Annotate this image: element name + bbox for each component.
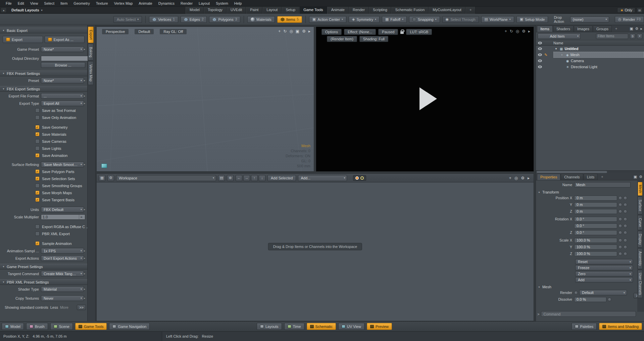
scale-x-field[interactable]: 100.0 % — [574, 238, 617, 243]
envelope-dot-icon[interactable] — [624, 252, 627, 256]
tab-mycustomlayout[interactable]: MyCustomLayout — [429, 7, 465, 14]
export-type-dropdown[interactable]: Export All — [41, 100, 84, 106]
add-item-dropdown[interactable]: Add Item — [538, 33, 581, 39]
flyout-icon[interactable]: ▸ — [308, 29, 310, 33]
units-dropdown[interactable]: FBX Default — [41, 207, 84, 212]
tab-game-tools[interactable]: Game Tools — [299, 7, 327, 14]
tab-layout[interactable]: Layout — [262, 7, 282, 14]
section-game-preset-settings[interactable]: Game Preset Settings — [0, 264, 87, 269]
layout-list-icon[interactable]: ▤ — [637, 7, 643, 13]
tab-groups[interactable]: Groups — [593, 26, 612, 32]
popup-arrow-icon[interactable]: ▸ — [84, 257, 85, 260]
time-button[interactable]: Time — [284, 323, 304, 330]
copy-textures-dropdown[interactable]: Never — [41, 295, 84, 301]
menu-help[interactable]: Help — [231, 1, 245, 6]
item-name-input[interactable] — [574, 182, 631, 187]
save-lights-checkbox[interactable] — [35, 146, 40, 151]
shading-dropdown[interactable]: Shading: Full — [359, 36, 388, 42]
snapping-button[interactable]: Snapping ▾ — [409, 16, 440, 23]
channel-dot-icon[interactable] — [618, 239, 622, 242]
item-label[interactable]: Camera — [571, 59, 584, 63]
popup-arrow-icon[interactable]: ▸ — [84, 94, 85, 97]
arrow-left-icon[interactable]: ← — [236, 175, 242, 181]
menu-view[interactable]: View — [27, 1, 41, 6]
section-basic-export[interactable]: Basic Export — [0, 28, 87, 33]
render-button[interactable]: ◎ Render F9 — [615, 16, 644, 23]
model-palette-button[interactable]: Model — [2, 323, 24, 330]
zoom-icon[interactable]: ◎ — [514, 176, 518, 180]
menu-system[interactable]: System — [213, 1, 231, 6]
gear-icon[interactable]: ⚙ — [522, 29, 526, 33]
side-tab-display[interactable]: Display — [638, 231, 643, 248]
side-tab-user-channels[interactable]: User Channels — [638, 270, 643, 298]
workspace-view-icon[interactable]: ▦ — [99, 175, 105, 181]
surface-refining-dropdown[interactable]: Save Mesh Smoothness — [41, 162, 84, 167]
row-content-selected[interactable]: + ◈ Mesh — [553, 52, 644, 58]
popup-arrow-icon[interactable]: ▸ — [84, 163, 85, 166]
channel-dot-icon[interactable] — [574, 291, 578, 295]
tab-lists[interactable]: Lists — [584, 174, 598, 180]
layouts-button[interactable]: Layouts — [257, 323, 282, 330]
side-tab-curve[interactable]: Curve — [638, 215, 643, 230]
gear-icon[interactable]: ⚙ — [639, 175, 642, 179]
tab-setup[interactable]: Setup — [282, 7, 299, 14]
vtab-vertex-map[interactable]: Vertex Map — [88, 61, 94, 85]
shading-style-dropdown[interactable]: Default — [135, 29, 154, 34]
tab-add[interactable]: + — [465, 7, 476, 14]
polygons-mode-button[interactable]: Polygons 3 — [209, 16, 240, 23]
auto-select-button[interactable]: Auto Select ▾ — [113, 16, 142, 23]
pan-icon[interactable]: + — [509, 176, 511, 180]
only-button[interactable]: ★ Only — [617, 7, 635, 13]
popup-arrow-icon[interactable]: ▸ — [84, 297, 85, 300]
channel-dot-icon[interactable] — [618, 203, 622, 207]
save-animation-checkbox[interactable] — [35, 153, 40, 158]
expand-form-button[interactable]: >> — [77, 305, 86, 310]
gear-icon[interactable]: ⚙ — [635, 27, 639, 31]
highlight-circle-icon[interactable] — [360, 176, 364, 180]
side-tab-mesh[interactable]: Mesh — [638, 182, 643, 196]
snapping-checkbox[interactable] — [412, 17, 416, 21]
channel-dot-icon[interactable] — [618, 224, 622, 228]
channel-dot-icon[interactable] — [618, 210, 622, 213]
side-tab-assembly[interactable]: Assembly — [638, 248, 643, 269]
preview-button[interactable]: Preview — [367, 323, 392, 330]
select-through-button[interactable]: ◉ Select Through — [442, 16, 479, 23]
save-geometry-checkbox[interactable] — [35, 125, 40, 129]
menu-geometry[interactable]: Geometry — [70, 1, 93, 6]
save-tangent-basis-checkbox[interactable] — [35, 198, 40, 202]
dissolve-field[interactable]: 0.0 % — [574, 297, 606, 302]
tab-render[interactable]: Render — [349, 7, 369, 14]
save-as-text-format-checkbox[interactable] — [35, 108, 40, 113]
record-circle-icon[interactable] — [355, 176, 359, 180]
export-as-button[interactable]: Export As ... — [45, 36, 85, 43]
vertices-mode-button[interactable]: Vertices 1 — [149, 16, 178, 23]
game-navigation-button[interactable]: Game Navigation — [109, 323, 150, 330]
menu-select[interactable]: Select — [41, 1, 57, 6]
envelope-dot-icon[interactable] — [624, 239, 627, 242]
menu-dynamics[interactable]: Dynamics — [155, 1, 178, 6]
tab-paint[interactable]: Paint — [246, 7, 262, 14]
side-tab-surface[interactable]: Surface — [638, 197, 643, 214]
items-and-shading-button[interactable]: Items and Shading — [599, 323, 642, 330]
materials-mode-button[interactable]: Materials — [247, 16, 275, 23]
tree-row-camera[interactable]: ◉ Camera — [536, 58, 644, 64]
items-mode-button[interactable]: Items 5 — [277, 16, 302, 23]
schematic-button[interactable]: Schematic — [307, 323, 336, 330]
lut-dropdown[interactable]: LUT: sRGB — [406, 29, 432, 35]
channel-dot-icon[interactable] — [618, 252, 622, 256]
zoom-icon[interactable]: ◎ — [289, 29, 293, 33]
popup-arrow-icon[interactable]: ▸ — [84, 79, 85, 82]
popup-arrow-icon[interactable]: ▸ — [84, 48, 85, 51]
render-item-dropdown[interactable]: (Render Item) — [327, 36, 357, 42]
tab-model[interactable]: Model — [186, 7, 204, 14]
output-directory-input[interactable] — [41, 56, 91, 61]
tree-row-mesh[interactable]: ✎ + ◈ Mesh — [536, 52, 644, 58]
rotation-z-field[interactable]: 0.0 ° — [574, 230, 617, 235]
layout-grid-icon[interactable]: ▤ — [218, 175, 225, 181]
tab-topology[interactable]: Topology — [204, 7, 227, 14]
menu-vertex-map[interactable]: Vertex Map — [111, 1, 136, 6]
menu-layout[interactable]: Layout — [196, 1, 213, 6]
save-cameras-checkbox[interactable] — [35, 139, 40, 143]
browse-button[interactable]: Browse ... — [41, 62, 85, 68]
position-y-field[interactable]: 0 m — [574, 202, 617, 207]
